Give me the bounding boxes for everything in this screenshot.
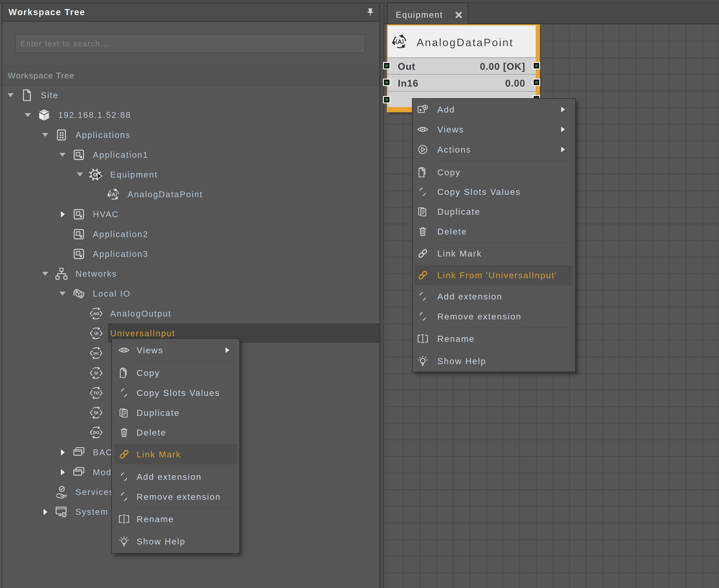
svg-text:SI: SI [94,371,98,375]
svg-text:DI: DI [94,411,98,415]
svg-text:DO: DO [93,430,99,435]
svg-text:AO: AO [93,311,99,316]
svg-text:A: A [397,38,402,45]
svg-text:UI: UI [94,331,98,336]
svg-text:TO: TO [94,391,99,395]
svg-text:A: A [112,191,116,197]
svg-text:DIC: DIC [94,352,99,355]
